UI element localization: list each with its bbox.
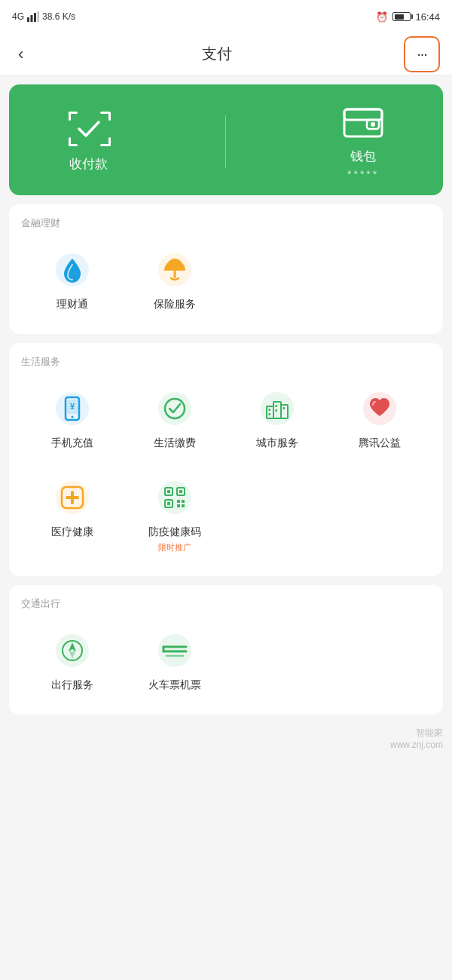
svg-rect-50 [177,504,180,507]
network-type: 4G [12,11,24,22]
nav-bar: ‹ 支付 ··· [0,33,452,75]
svg-rect-3 [38,11,40,22]
medical-button[interactable]: 医疗健康 [21,470,124,561]
svg-rect-11 [100,144,109,146]
scan-pay-icon [66,110,111,148]
more-icon: ··· [417,45,427,63]
city-service-icon [257,388,298,429]
health-code-label: 防疫健康码 [148,525,201,539]
watermark: 智能家 www.znj.com [0,715,452,756]
svg-point-52 [56,634,89,667]
health-code-button[interactable]: 防疫健康码 限时推广 [124,470,226,561]
life-fee-button[interactable]: 生活缴费 [124,381,226,458]
svg-rect-43 [167,490,170,493]
scan-pay-button[interactable]: 收付款 [66,110,111,173]
svg-rect-34 [276,409,278,412]
shenghuo-section: 生活服务 ¥ 手机充值 [9,343,443,576]
svg-rect-5 [69,112,71,121]
wallet-label: 钱包 [350,148,376,165]
watermark-url: www.znj.com [0,740,443,750]
svg-text:¥: ¥ [70,402,75,411]
jinrong-grid: 理财通 保险服务 [21,242,431,319]
svg-point-41 [158,481,191,514]
baoxian-button[interactable]: 保险服务 [124,242,226,319]
banner-divider [225,115,226,168]
svg-rect-40 [66,496,79,499]
svg-rect-47 [167,502,170,505]
licai-label: 理财通 [56,298,88,311]
wallet-balance: ***** [347,168,379,180]
svg-rect-51 [182,504,185,507]
mobile-charge-button[interactable]: ¥ 手机充值 [21,381,124,458]
tencent-charity-icon [359,388,400,429]
time-battery-area: ⏰ 16:44 [376,11,440,23]
back-button[interactable]: ‹ [12,38,29,70]
licai-icon [52,250,93,290]
jinrong-title: 金融理财 [21,216,431,230]
tencent-charity-label: 腾讯公益 [359,436,401,450]
shenghuo-title: 生活服务 [21,355,431,369]
wallet-button[interactable]: 钱包 ***** [341,103,386,180]
network-speed: 38.6 K/s [42,11,75,22]
jiaotong-section: 交通出行 出行服务 [9,585,443,715]
svg-rect-35 [283,407,286,409]
medical-icon [52,477,93,518]
svg-rect-32 [269,413,271,415]
mobile-charge-label: 手机充值 [51,436,93,450]
svg-point-25 [158,392,191,425]
city-service-button[interactable]: 城市服务 [226,381,328,458]
jiaotong-title: 交通出行 [21,597,431,611]
city-service-label: 城市服务 [256,436,298,450]
svg-rect-33 [276,405,278,407]
jinrong-section: 金融理财 理财通 [9,204,443,334]
mobile-charge-icon: ¥ [52,388,93,429]
signal-icon [27,11,39,22]
tencent-charity-button[interactable]: 腾讯公益 [328,381,431,458]
svg-rect-48 [177,500,180,503]
time-display: 16:44 [415,11,440,23]
medical-label: 医疗健康 [51,525,93,539]
shenghuo-row2: 医疗健康 [21,470,431,561]
more-button[interactable]: ··· [404,36,440,72]
life-fee-label: 生活缴费 [154,436,196,450]
svg-rect-18 [174,271,176,278]
svg-rect-49 [182,500,185,503]
svg-rect-45 [179,490,182,493]
battery-icon [392,12,411,21]
scan-pay-label: 收付款 [69,155,108,173]
licai-button[interactable]: 理财通 [21,242,124,319]
svg-rect-1 [31,15,33,22]
wallet-icon [341,103,386,140]
baoxian-icon [154,250,195,290]
alarm-icon: ⏰ [376,11,388,23]
status-bar: 4G 38.6 K/s ⏰ 16:44 [0,0,452,33]
svg-rect-7 [108,112,111,121]
watermark-brand: 智能家 [0,727,443,740]
svg-rect-12 [344,109,382,136]
travel-service-icon [52,630,93,671]
svg-point-27 [261,392,294,425]
payment-banner: 收付款 钱包 ***** [9,84,443,195]
svg-rect-2 [34,13,36,22]
health-code-icon [154,477,195,518]
train-ticket-icon [154,630,195,671]
travel-service-label: 出行服务 [51,678,93,692]
svg-rect-31 [269,409,271,411]
svg-rect-9 [69,144,78,146]
train-ticket-button[interactable]: 火车票机票 [124,623,226,700]
baoxian-label: 保险服务 [154,298,196,311]
svg-rect-13 [344,109,382,120]
train-ticket-label: 火车票机票 [148,678,201,692]
svg-point-15 [371,122,375,127]
health-code-sublabel: 限时推广 [158,542,191,553]
svg-rect-6 [100,112,109,114]
signal-area: 4G 38.6 K/s [12,11,75,22]
life-fee-icon [154,388,195,429]
svg-rect-0 [27,17,29,22]
travel-service-button[interactable]: 出行服务 [21,623,124,700]
svg-point-23 [72,416,74,418]
shenghuo-row1: ¥ 手机充值 生活缴费 [21,381,431,458]
jiaotong-grid: 出行服务 火车票机票 [21,623,431,700]
page-title: 支付 [202,44,232,64]
